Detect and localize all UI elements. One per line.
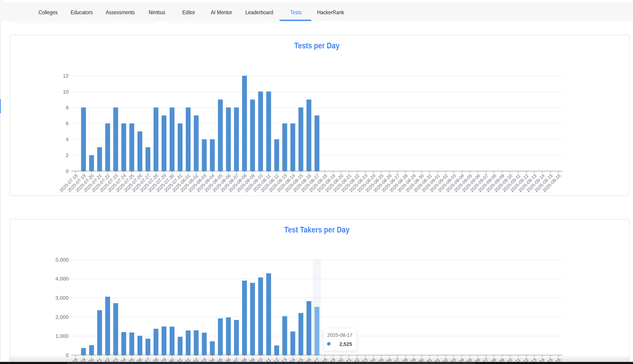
svg-text:6: 6: [66, 120, 69, 126]
svg-text:2,000: 2,000: [56, 314, 69, 320]
svg-text:12: 12: [63, 73, 69, 78]
svg-text:4: 4: [66, 136, 69, 142]
svg-text:0: 0: [66, 168, 69, 174]
svg-text:4,000: 4,000: [56, 276, 69, 282]
svg-text:1,000: 1,000: [56, 333, 69, 339]
svg-text:8: 8: [66, 105, 69, 110]
svg-text:2: 2: [66, 152, 69, 158]
svg-text:5,000: 5,000: [56, 257, 69, 262]
svg-text:3,000: 3,000: [56, 295, 69, 301]
svg-text:10: 10: [63, 89, 69, 94]
